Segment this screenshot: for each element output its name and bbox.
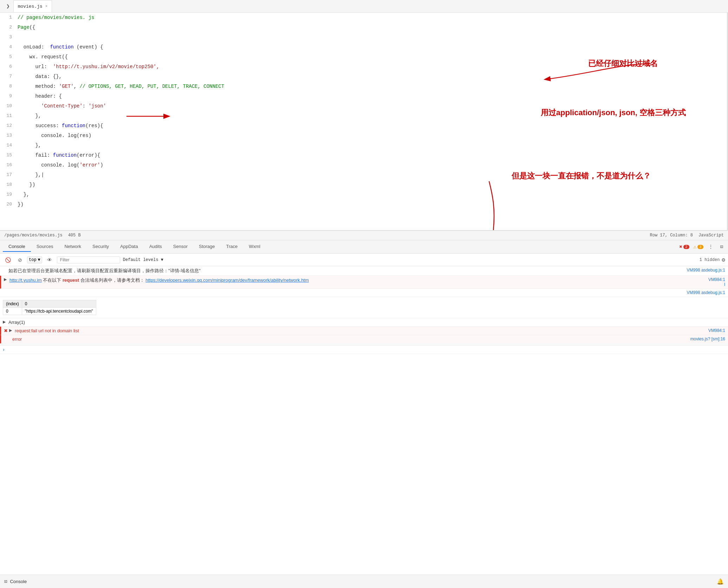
line-num-19: 19 bbox=[0, 190, 18, 200]
tab-console[interactable]: Console bbox=[3, 242, 31, 252]
line-content-13: console. log(res) bbox=[18, 131, 728, 141]
file-tab[interactable]: movies.js × bbox=[13, 0, 52, 12]
line-num-8: 8 bbox=[0, 81, 18, 91]
table-row-0: 0 "https://tcb-api.tencentcloudapi.com" bbox=[3, 308, 96, 315]
tab-sources[interactable]: Sources bbox=[31, 242, 59, 252]
line-content-14: }, bbox=[18, 141, 728, 150]
filter-input[interactable] bbox=[57, 256, 120, 263]
console-row-info-1: 如若已在管理后台更新域名配置，请刷新项目配置后重新编译项目，操作路径："详情-域… bbox=[0, 266, 728, 276]
status-bar: /pages/movies/movies.js 405 B Row 17, Co… bbox=[0, 230, 728, 240]
code-line-18: 18 }) bbox=[0, 180, 728, 190]
status-row-col: Row 17, Column: 8 bbox=[650, 233, 693, 238]
code-line-16: 16 console. log('error') bbox=[0, 160, 728, 170]
line-num-17: 17 bbox=[0, 170, 18, 180]
row-source-2[interactable]: VM998 asdebug.js:1 bbox=[687, 290, 725, 295]
status-file-path: /pages/movies/movies.js bbox=[4, 233, 63, 238]
console-row-error-2: ✖ ▶ request:fail url not in domain list … bbox=[0, 327, 728, 335]
annotation-content-type: 用过application/json, json, 空格三种方式 bbox=[541, 107, 686, 118]
levels-select[interactable]: Default levels ▼ bbox=[123, 257, 163, 262]
error-icon: ✖ bbox=[679, 244, 682, 250]
warn-count: 3 bbox=[697, 245, 703, 249]
context-select[interactable]: top ▼ bbox=[27, 256, 42, 263]
close-tab-button[interactable]: × bbox=[45, 4, 48, 8]
error-text-request: request bbox=[63, 277, 79, 283]
status-file-size: 405 B bbox=[68, 233, 81, 238]
clear-console-button[interactable]: 🚫 bbox=[3, 256, 13, 264]
arrow-1 bbox=[482, 57, 665, 85]
line-content-19: }, bbox=[18, 190, 728, 200]
console-row-info-2: VM998 asdebug.js:1 bbox=[0, 289, 728, 297]
row-content-error-detail: error bbox=[12, 337, 690, 342]
console-row-prompt: › bbox=[0, 345, 728, 354]
code-line-14: 14 }, bbox=[0, 141, 728, 150]
row-source-err1b[interactable]: l bbox=[724, 282, 725, 287]
bottom-close-icon[interactable]: 🔔 bbox=[717, 578, 724, 585]
line-content-18: }) bbox=[18, 180, 728, 190]
row-content-error-2: request:fail url not in domain list bbox=[15, 328, 708, 333]
nav-icon[interactable]: ❯ bbox=[3, 3, 13, 10]
line-content-2: Page({ bbox=[18, 22, 728, 32]
line-num-3: 3 bbox=[0, 32, 18, 42]
tab-sensor[interactable]: Sensor bbox=[168, 242, 193, 252]
error-icon-2: ✖ bbox=[4, 328, 8, 333]
line-num-9: 9 bbox=[0, 91, 18, 101]
bottom-label: Console bbox=[10, 579, 27, 584]
table-header-0: 0 bbox=[22, 300, 96, 308]
context-dropdown-icon: ▼ bbox=[38, 257, 40, 262]
line-content-16: console. log('error') bbox=[18, 160, 728, 170]
row-source-1[interactable]: VM998 asdebug.js:1 bbox=[687, 268, 725, 273]
code-line-3: 3 bbox=[0, 32, 728, 42]
console-bottom-bar: ⊡ Console 🔔 bbox=[0, 575, 728, 588]
table-cell-index: 0 bbox=[3, 308, 22, 315]
row-expand-4[interactable]: ▶ bbox=[9, 328, 14, 333]
console-output[interactable]: 如若已在管理后台更新域名配置，请刷新项目配置后重新编译项目，操作路径："详情-域… bbox=[0, 266, 728, 575]
line-num-6: 6 bbox=[0, 62, 18, 72]
console-table: (index) 0 0 "https://tcb-api.tencentclou… bbox=[3, 300, 96, 315]
line-num-10: 10 bbox=[0, 101, 18, 111]
tab-audits[interactable]: Audits bbox=[144, 242, 168, 252]
line-num-12: 12 bbox=[0, 121, 18, 131]
row-expand-array[interactable]: ▶ bbox=[3, 320, 8, 324]
row-expand-2[interactable]: ▶ bbox=[4, 277, 9, 282]
bottom-icon[interactable]: ⊡ bbox=[4, 579, 7, 584]
settings-icon[interactable]: ⚙ bbox=[722, 256, 725, 263]
dock-icon[interactable]: ⊡ bbox=[718, 242, 725, 251]
stop-button[interactable]: ⊘ bbox=[16, 256, 24, 264]
arrow-3 bbox=[454, 181, 524, 230]
line-num-15: 15 bbox=[0, 150, 18, 160]
tab-appdata[interactable]: AppData bbox=[115, 242, 144, 252]
line-content-20: }) bbox=[18, 200, 728, 209]
hidden-count: 1 hidden bbox=[700, 257, 720, 262]
tab-trace[interactable]: Trace bbox=[221, 242, 243, 252]
console-row-array: ▶ Array(1) bbox=[0, 318, 728, 327]
table-cell-value: "https://tcb-api.tencentcloudapi.com" bbox=[22, 308, 96, 315]
line-content-4: onLoad: function (event) { bbox=[18, 42, 728, 52]
file-tab-name: movies.js bbox=[18, 4, 43, 9]
line-content-12: success: function(res){ bbox=[18, 121, 728, 131]
row-content-error-1: http://t.yushu.im 不在以下 request 合法域名列表中，请… bbox=[9, 277, 708, 283]
line-content-1: // pages/movies/movies. js bbox=[18, 13, 728, 22]
tab-wxml[interactable]: Wxml bbox=[243, 242, 266, 252]
line-content-15: fail: function(error){ bbox=[18, 150, 728, 160]
devtools-tab-actions: ✖ 2 ⚠ 3 ⋮ ⊡ bbox=[679, 242, 725, 251]
prompt-icon: › bbox=[3, 347, 5, 352]
tab-storage[interactable]: Storage bbox=[193, 242, 221, 252]
line-num-7: 7 bbox=[0, 72, 18, 81]
row-source-err-detail[interactable]: movies.js? [sm]:16 bbox=[690, 337, 725, 341]
context-value: top bbox=[29, 257, 37, 262]
code-line-4: 4 onLoad: function (event) { bbox=[0, 42, 728, 52]
eye-icon-button[interactable]: 👁 bbox=[45, 256, 54, 264]
link-weixin-doc[interactable]: https://developers.weixin.qq.com/minipro… bbox=[145, 277, 309, 283]
line-num-2: 2 bbox=[0, 22, 18, 32]
link-yushu[interactable]: http://t.yushu.im bbox=[9, 277, 42, 283]
tab-network[interactable]: Network bbox=[59, 242, 87, 252]
row-source-err2[interactable]: VM984:1 bbox=[708, 328, 725, 333]
code-editor: 1 // pages/movies/movies. js 2 Page({ 3 … bbox=[0, 13, 728, 230]
line-num-11: 11 bbox=[0, 111, 18, 121]
row-source-err1[interactable]: VM984:1 bbox=[708, 277, 725, 282]
line-num-14: 14 bbox=[0, 141, 18, 150]
tab-security[interactable]: Security bbox=[87, 242, 115, 252]
more-options-icon[interactable]: ⋮ bbox=[706, 242, 715, 251]
error-count: 2 bbox=[683, 245, 689, 249]
row-sources-1: VM984:1 l bbox=[708, 277, 725, 287]
